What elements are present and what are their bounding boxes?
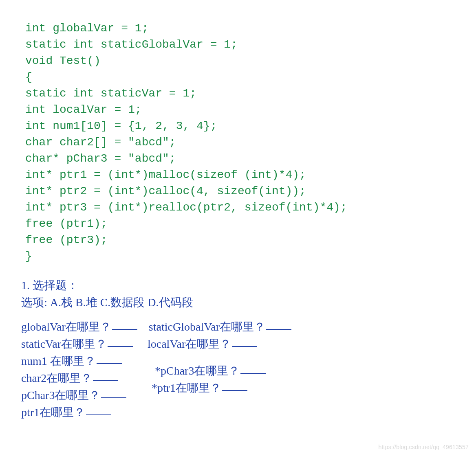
question-text: globalVar在哪里？ <box>21 318 111 335</box>
question-row: staticVar在哪里？ localVar在哪里？ <box>21 335 476 353</box>
question-text: *pChar3在哪里？ <box>155 362 240 379</box>
question-text: num1 在哪里？ <box>21 353 96 370</box>
answer-blank <box>97 354 122 364</box>
quiz-title: 1. 选择题： <box>21 277 476 294</box>
question-row: char2在哪里？ *pChar3在哪里？ <box>21 370 476 387</box>
code-line: int num1[10] = {1, 2, 3, 4}; <box>25 120 217 132</box>
code-line: char* pChar3 = "abcd"; <box>25 152 176 165</box>
code-line: int* ptr3 = (int*)realloc(ptr2, sizeof(i… <box>25 201 347 214</box>
question-item: pChar3在哪里？ <box>21 387 143 404</box>
answer-blank <box>101 388 126 398</box>
code-line: int globalVar = 1; <box>25 22 148 35</box>
code-line: static int staticVar = 1; <box>25 87 196 100</box>
answer-blank <box>266 320 291 330</box>
question-text: staticVar在哪里？ <box>21 335 107 353</box>
question-text: pChar3在哪里？ <box>21 387 100 404</box>
code-line: } <box>25 250 32 263</box>
answer-blank <box>93 371 118 381</box>
question-item: *ptr1在哪里？ <box>152 379 247 397</box>
question-row: pChar3在哪里？ *ptr1在哪里？ <box>21 387 476 404</box>
question-item: staticVar在哪里？ <box>21 335 133 353</box>
question-item: staticGlobalVar在哪里？ <box>149 318 291 335</box>
code-line: free (ptr1); <box>25 217 108 230</box>
code-line: void Test() <box>25 55 101 67</box>
question-item: ptr1在哪里？ <box>21 404 111 421</box>
question-row: ptr1在哪里？ <box>21 404 476 421</box>
code-line: int* ptr2 = (int*)calloc(4, sizeof(int))… <box>25 185 306 197</box>
question-text: *ptr1在哪里？ <box>152 379 221 397</box>
code-line: int localVar = 1; <box>25 103 142 116</box>
answer-blank <box>108 337 133 347</box>
question-row: globalVar在哪里？ staticGlobalVar在哪里？ <box>21 318 476 335</box>
answer-blank <box>232 337 257 347</box>
question-item: localVar在哪里？ <box>148 335 257 353</box>
question-item: char2在哪里？ <box>21 370 143 387</box>
question-block: 1. 选择题： 选项: A.栈 B.堆 C.数据段 D.代码段 globalVa… <box>0 265 476 421</box>
code-line: free (ptr3); <box>25 234 108 246</box>
code-line: { <box>25 71 32 83</box>
answer-blank <box>222 381 247 391</box>
watermark-text: https://blog.csdn.net/qq_49613557 <box>379 444 469 450</box>
question-text: localVar在哪里？ <box>148 335 231 353</box>
question-text: ptr1在哪里？ <box>21 404 85 421</box>
answer-blank <box>240 364 266 374</box>
question-item: *pChar3在哪里？ <box>155 362 266 379</box>
question-text: char2在哪里？ <box>21 370 92 387</box>
answer-blank <box>86 406 111 415</box>
answer-blank <box>112 320 137 330</box>
quiz-options: 选项: A.栈 B.堆 C.数据段 D.代码段 <box>21 294 476 311</box>
code-line: int* ptr1 = (int*)malloc(sizeof (int)*4)… <box>25 169 306 181</box>
code-line: static int staticGlobalVar = 1; <box>25 38 238 51</box>
question-item: num1 在哪里？ <box>21 353 143 370</box>
question-item: globalVar在哪里？ <box>21 318 137 335</box>
code-line: char char2[] = "abcd"; <box>25 136 176 149</box>
code-block: int globalVar = 1; static int staticGlob… <box>0 0 476 265</box>
question-text: staticGlobalVar在哪里？ <box>149 318 265 335</box>
